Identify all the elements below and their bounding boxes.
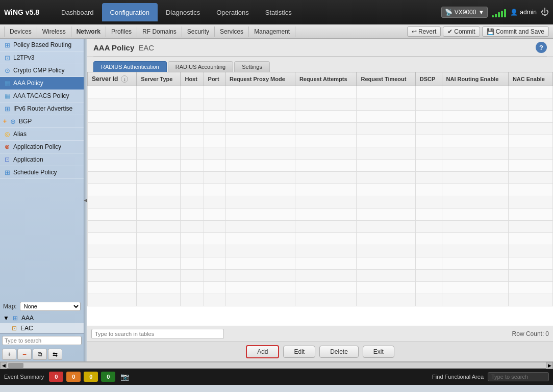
table-row	[88, 172, 553, 184]
sidebar-item-policy-based-routing[interactable]: Policy Based Routing	[0, 39, 84, 51]
nav-security[interactable]: Security	[182, 27, 215, 37]
second-nav-bar: Devices Wireless Network Profiles RF Dom…	[0, 24, 553, 39]
sidebar-label-l2tp: L2TPv3	[13, 54, 34, 61]
tab-diagnostics[interactable]: Diagnostics	[158, 3, 208, 21]
event-summary-label: Event Summary	[4, 374, 44, 380]
badge-orange[interactable]: 0	[66, 372, 81, 382]
chevron-down-icon: ▼	[478, 9, 484, 16]
sort-server-id[interactable]: ↕	[121, 75, 128, 83]
plus-icon: +	[3, 118, 7, 125]
table-row	[88, 294, 553, 306]
power-icon[interactable]: ⏻	[541, 8, 549, 17]
table-row	[88, 86, 553, 98]
table-row	[88, 270, 553, 282]
sidebar-item-aaa-tacacs[interactable]: AAA TACACS Policy	[0, 90, 84, 102]
exit-button[interactable]: Exit	[363, 346, 394, 358]
scroll-right-arrow[interactable]: ▶	[546, 362, 553, 369]
sidebar-item-application-policy[interactable]: Application Policy	[0, 141, 84, 153]
sidebar-item-ipv6-router[interactable]: IPv6 Router Advertise	[0, 102, 84, 115]
camera-icon[interactable]: 📷	[120, 373, 129, 381]
second-bar-actions: ↩ Revert ✔ Commit 💾 Commit and Save	[407, 27, 549, 37]
table-row	[88, 123, 553, 135]
nav-services[interactable]: Services	[215, 27, 249, 37]
tree-root-aaa[interactable]: ▼ AAA	[0, 313, 84, 323]
tree-icon	[11, 314, 19, 322]
sidebar-item-aaa-policy[interactable]: AAA Policy	[0, 77, 84, 90]
row-count: Row Count: 0	[512, 330, 549, 337]
commit-icon: ✔	[447, 28, 453, 35]
scroll-left-arrow[interactable]: ◀	[0, 362, 7, 369]
table-row	[88, 221, 553, 233]
find-input[interactable]	[488, 372, 549, 381]
table-area: Server Id ↕ Server Type Host Port Reques…	[87, 72, 553, 326]
col-nac-enable: NAC Enable	[508, 72, 552, 86]
nav-wireless[interactable]: Wireless	[37, 27, 71, 37]
nav-network[interactable]: Network	[71, 27, 106, 37]
tab-dashboard[interactable]: Dashboard	[53, 3, 102, 21]
save-icon: 💾	[487, 28, 494, 35]
sidebar: Policy Based Routing L2TPv3 Crypto CMP P…	[0, 39, 84, 361]
commit-button[interactable]: ✔ Commit	[443, 27, 480, 37]
tab-settings[interactable]: Settings	[234, 61, 270, 72]
user-icon: 👤	[510, 9, 518, 16]
tab-operations[interactable]: Operations	[208, 3, 257, 21]
sidebar-item-bgp[interactable]: + BGP	[0, 115, 84, 128]
sidebar-item-schedule-policy[interactable]: Schedule Policy	[0, 166, 84, 179]
commit-save-label: Commit and Save	[496, 28, 544, 35]
sidebar-label-ipv6: IPv6 Router Advertise	[13, 105, 72, 112]
sidebar-remove-btn[interactable]: –	[17, 349, 32, 360]
sidebar-add-btn[interactable]: +	[2, 349, 16, 360]
map-row: Map: None	[0, 300, 84, 313]
badge-red[interactable]: 0	[49, 372, 63, 382]
horizontal-scrollbar[interactable]: ◀ ▶	[0, 361, 553, 369]
app-policy-icon	[3, 143, 11, 151]
status-right: Find Functional Area	[432, 372, 549, 381]
table-search-input[interactable]	[91, 329, 224, 339]
sidebar-main: Policy Based Routing L2TPv3 Crypto CMP P…	[0, 39, 84, 300]
action-bar: Add Edit Delete Exit	[87, 342, 553, 361]
main-layout: Policy Based Routing L2TPv3 Crypto CMP P…	[0, 39, 553, 361]
nav-devices[interactable]: Devices	[4, 27, 37, 37]
tab-radius-accounting[interactable]: RADIUS Accounting	[168, 61, 233, 72]
delete-button[interactable]: Delete	[319, 346, 359, 358]
crypto-icon	[3, 66, 11, 74]
nav-rf-domains[interactable]: RF Domains	[137, 27, 182, 37]
add-button[interactable]: Add	[246, 345, 279, 358]
top-bar: WiNG v5.8 Dashboard Configuration Diagno…	[0, 0, 553, 24]
tree-child-label: EAC	[20, 325, 33, 332]
tab-radius-auth[interactable]: RADIUS Authentication	[93, 61, 167, 72]
sidebar-actions: + – ⧉ ⇆	[0, 347, 84, 361]
sidebar-item-l2tpv3[interactable]: L2TPv3	[0, 51, 84, 64]
device-selector[interactable]: 📡 VX9000 ▼	[441, 7, 488, 18]
sidebar-copy-btn[interactable]: ⧉	[33, 349, 47, 360]
badge-green[interactable]: 0	[101, 372, 115, 382]
table-row	[88, 147, 553, 160]
revert-button[interactable]: ↩ Revert	[407, 27, 441, 37]
sidebar-move-btn[interactable]: ⇆	[48, 349, 62, 360]
commit-save-button[interactable]: 💾 Commit and Save	[482, 27, 549, 37]
tree-child-eac[interactable]: EAC	[0, 323, 84, 333]
tab-statistics[interactable]: Statistics	[257, 3, 300, 21]
nav-profiles[interactable]: Profiles	[106, 27, 137, 37]
signal-indicator	[492, 7, 506, 17]
sidebar-item-application[interactable]: Application	[0, 153, 84, 166]
map-select[interactable]: None	[20, 302, 81, 311]
table-row	[88, 208, 553, 221]
nav-management[interactable]: Management	[249, 27, 295, 37]
sidebar-item-alias[interactable]: Alias	[0, 128, 84, 141]
table-search-bar: Row Count: 0	[87, 326, 553, 342]
edit-button[interactable]: Edit	[283, 346, 315, 358]
sidebar-item-crypto-cmp-policy[interactable]: Crypto CMP Policy	[0, 64, 84, 77]
status-bar: Event Summary 0 0 0 0 📷 Find Functional …	[0, 369, 553, 385]
tab-configuration[interactable]: Configuration	[102, 3, 158, 21]
top-right-area: 📡 VX9000 ▼ 👤 admin ⏻	[441, 7, 549, 18]
table-row	[88, 160, 553, 172]
col-server-type: Server Type	[137, 72, 181, 86]
badge-yellow[interactable]: 0	[84, 372, 98, 382]
help-button[interactable]: ?	[536, 42, 547, 53]
sidebar-label-tacacs: AAA TACACS Policy	[13, 92, 69, 99]
sidebar-label-app-policy: Application Policy	[13, 143, 61, 150]
sidebar-bottom: Map: None ▼ AAA EAC + – ⧉	[0, 300, 84, 361]
sidebar-label-alias: Alias	[13, 130, 27, 138]
sidebar-search-input[interactable]	[2, 336, 82, 345]
